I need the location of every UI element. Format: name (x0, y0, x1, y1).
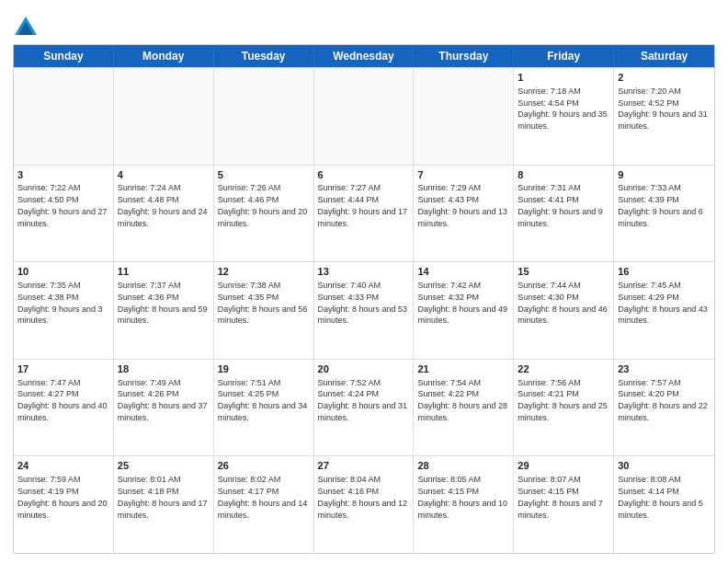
header (13, 9, 715, 39)
day-info: Sunrise: 7:26 AM Sunset: 4:46 PM Dayligh… (218, 183, 308, 227)
day-cell-14: 14Sunrise: 7:42 AM Sunset: 4:32 PM Dayli… (414, 262, 514, 359)
day-info: Sunrise: 8:01 AM Sunset: 4:18 PM Dayligh… (118, 475, 208, 519)
day-number: 13 (318, 265, 410, 279)
empty-cell (14, 68, 114, 165)
day-cell-23: 23Sunrise: 7:57 AM Sunset: 4:20 PM Dayli… (614, 360, 714, 456)
day-number: 30 (618, 459, 711, 473)
day-cell-21: 21Sunrise: 7:54 AM Sunset: 4:22 PM Dayli… (414, 360, 514, 456)
day-cell-29: 29Sunrise: 8:07 AM Sunset: 4:15 PM Dayli… (514, 456, 614, 553)
day-number: 14 (417, 265, 509, 279)
day-cell-3: 3Sunrise: 7:22 AM Sunset: 4:50 PM Daylig… (14, 166, 114, 262)
day-number: 11 (118, 265, 210, 279)
day-number: 18 (118, 362, 210, 376)
day-info: Sunrise: 7:31 AM Sunset: 4:41 PM Dayligh… (518, 183, 603, 227)
day-number: 16 (618, 265, 711, 279)
day-info: Sunrise: 7:51 AM Sunset: 4:25 PM Dayligh… (218, 378, 308, 422)
day-number: 28 (417, 459, 509, 473)
day-number: 5 (218, 168, 310, 182)
day-info: Sunrise: 7:59 AM Sunset: 4:19 PM Dayligh… (17, 475, 108, 519)
day-info: Sunrise: 7:24 AM Sunset: 4:48 PM Dayligh… (118, 183, 208, 227)
day-cell-12: 12Sunrise: 7:38 AM Sunset: 4:35 PM Dayli… (214, 262, 314, 359)
day-cell-4: 4Sunrise: 7:24 AM Sunset: 4:48 PM Daylig… (114, 166, 214, 262)
header-day-sunday: Sunday (14, 45, 114, 67)
day-cell-13: 13Sunrise: 7:40 AM Sunset: 4:33 PM Dayli… (314, 262, 415, 359)
day-info: Sunrise: 7:37 AM Sunset: 4:36 PM Dayligh… (118, 281, 208, 325)
day-number: 20 (318, 362, 410, 376)
day-info: Sunrise: 7:52 AM Sunset: 4:24 PM Dayligh… (318, 378, 408, 422)
empty-cell (414, 68, 514, 165)
day-cell-2: 2Sunrise: 7:20 AM Sunset: 4:52 PM Daylig… (614, 68, 714, 165)
day-info: Sunrise: 8:02 AM Sunset: 4:17 PM Dayligh… (218, 475, 308, 519)
day-info: Sunrise: 8:05 AM Sunset: 4:15 PM Dayligh… (417, 475, 507, 519)
logo (13, 13, 42, 39)
day-cell-30: 30Sunrise: 8:08 AM Sunset: 4:14 PM Dayli… (614, 456, 714, 553)
day-number: 17 (17, 362, 109, 376)
empty-cell (114, 68, 214, 165)
day-number: 15 (518, 265, 609, 279)
day-cell-9: 9Sunrise: 7:33 AM Sunset: 4:39 PM Daylig… (614, 166, 714, 262)
day-cell-26: 26Sunrise: 8:02 AM Sunset: 4:17 PM Dayli… (214, 456, 314, 553)
day-cell-7: 7Sunrise: 7:29 AM Sunset: 4:43 PM Daylig… (414, 166, 514, 262)
day-cell-22: 22Sunrise: 7:56 AM Sunset: 4:21 PM Dayli… (514, 360, 614, 456)
day-number: 21 (417, 362, 509, 376)
day-info: Sunrise: 7:29 AM Sunset: 4:43 PM Dayligh… (417, 183, 507, 227)
day-info: Sunrise: 7:38 AM Sunset: 4:35 PM Dayligh… (218, 281, 308, 325)
header-day-thursday: Thursday (414, 45, 514, 67)
day-number: 1 (518, 71, 609, 85)
day-cell-20: 20Sunrise: 7:52 AM Sunset: 4:24 PM Dayli… (314, 360, 415, 456)
day-info: Sunrise: 7:47 AM Sunset: 4:27 PM Dayligh… (17, 378, 108, 422)
calendar: SundayMondayTuesdayWednesdayThursdayFrid… (13, 44, 715, 554)
day-cell-8: 8Sunrise: 7:31 AM Sunset: 4:41 PM Daylig… (514, 166, 614, 262)
header-day-saturday: Saturday (614, 45, 714, 67)
day-info: Sunrise: 7:45 AM Sunset: 4:29 PM Dayligh… (618, 281, 708, 325)
day-cell-1: 1Sunrise: 7:18 AM Sunset: 4:54 PM Daylig… (514, 68, 614, 165)
day-info: Sunrise: 8:04 AM Sunset: 4:16 PM Dayligh… (318, 475, 408, 519)
day-number: 2 (618, 71, 711, 85)
empty-cell (214, 68, 314, 165)
day-info: Sunrise: 8:07 AM Sunset: 4:15 PM Dayligh… (518, 475, 603, 519)
logo-icon (13, 13, 39, 39)
header-day-monday: Monday (114, 45, 214, 67)
day-info: Sunrise: 7:57 AM Sunset: 4:20 PM Dayligh… (618, 378, 708, 422)
day-number: 24 (17, 459, 109, 473)
day-info: Sunrise: 7:44 AM Sunset: 4:30 PM Dayligh… (518, 281, 608, 325)
week-row-4: 17Sunrise: 7:47 AM Sunset: 4:27 PM Dayli… (14, 359, 714, 456)
day-cell-6: 6Sunrise: 7:27 AM Sunset: 4:44 PM Daylig… (314, 166, 415, 262)
day-number: 23 (618, 362, 711, 376)
day-number: 25 (118, 459, 210, 473)
day-number: 10 (17, 265, 109, 279)
day-number: 3 (17, 168, 109, 182)
day-cell-17: 17Sunrise: 7:47 AM Sunset: 4:27 PM Dayli… (14, 360, 114, 456)
day-info: Sunrise: 7:22 AM Sunset: 4:50 PM Dayligh… (17, 183, 108, 227)
day-info: Sunrise: 8:08 AM Sunset: 4:14 PM Dayligh… (618, 475, 703, 519)
page: SundayMondayTuesdayWednesdayThursdayFrid… (0, 0, 728, 563)
day-number: 29 (518, 459, 609, 473)
day-cell-27: 27Sunrise: 8:04 AM Sunset: 4:16 PM Dayli… (314, 456, 415, 553)
day-cell-25: 25Sunrise: 8:01 AM Sunset: 4:18 PM Dayli… (114, 456, 214, 553)
header-day-wednesday: Wednesday (314, 45, 415, 67)
day-cell-5: 5Sunrise: 7:26 AM Sunset: 4:46 PM Daylig… (214, 166, 314, 262)
day-cell-10: 10Sunrise: 7:35 AM Sunset: 4:38 PM Dayli… (14, 262, 114, 359)
day-cell-15: 15Sunrise: 7:44 AM Sunset: 4:30 PM Dayli… (514, 262, 614, 359)
day-cell-24: 24Sunrise: 7:59 AM Sunset: 4:19 PM Dayli… (14, 456, 114, 553)
week-row-5: 24Sunrise: 7:59 AM Sunset: 4:19 PM Dayli… (14, 455, 714, 553)
week-row-2: 3Sunrise: 7:22 AM Sunset: 4:50 PM Daylig… (14, 165, 714, 262)
day-number: 9 (618, 168, 711, 182)
day-number: 12 (218, 265, 310, 279)
header-day-tuesday: Tuesday (214, 45, 314, 67)
day-number: 22 (518, 362, 609, 376)
day-cell-18: 18Sunrise: 7:49 AM Sunset: 4:26 PM Dayli… (114, 360, 214, 456)
day-number: 26 (218, 459, 310, 473)
day-info: Sunrise: 7:49 AM Sunset: 4:26 PM Dayligh… (118, 378, 208, 422)
header-day-friday: Friday (514, 45, 614, 67)
week-row-3: 10Sunrise: 7:35 AM Sunset: 4:38 PM Dayli… (14, 261, 714, 359)
day-number: 8 (518, 168, 609, 182)
calendar-body: 1Sunrise: 7:18 AM Sunset: 4:54 PM Daylig… (14, 67, 714, 553)
day-number: 19 (218, 362, 310, 376)
day-number: 4 (118, 168, 210, 182)
calendar-header: SundayMondayTuesdayWednesdayThursdayFrid… (14, 45, 714, 67)
day-number: 6 (318, 168, 410, 182)
day-info: Sunrise: 7:56 AM Sunset: 4:21 PM Dayligh… (518, 378, 608, 422)
day-cell-28: 28Sunrise: 8:05 AM Sunset: 4:15 PM Dayli… (414, 456, 514, 553)
day-info: Sunrise: 7:40 AM Sunset: 4:33 PM Dayligh… (318, 281, 408, 325)
